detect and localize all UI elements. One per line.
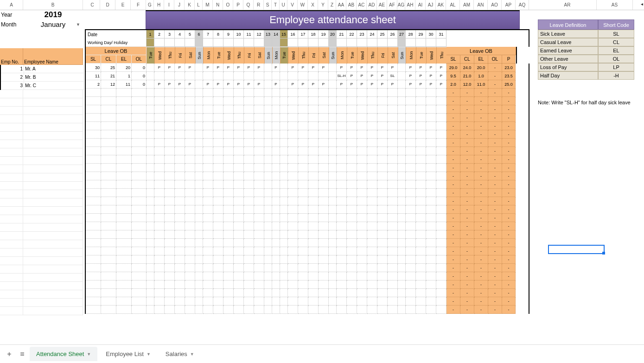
attendance-cell[interactable]: P [357, 80, 367, 89]
attendance-cell[interactable] [165, 105, 175, 114]
attendance-cell[interactable] [195, 239, 203, 247]
attendance-cell[interactable] [195, 180, 203, 189]
attendance-cell[interactable] [185, 214, 195, 222]
attendance-cell[interactable] [234, 306, 244, 314]
attendance-cell[interactable] [398, 272, 406, 280]
attendance-cell[interactable] [388, 230, 398, 239]
attendance-cell[interactable] [213, 272, 223, 280]
attendance-cell[interactable] [244, 222, 254, 230]
empty-cell[interactable] [0, 165, 23, 173]
attendance-cell[interactable] [398, 239, 406, 247]
attendance-cell[interactable] [347, 230, 357, 239]
attendance-cell[interactable] [288, 247, 298, 255]
col-AO[interactable]: AO [488, 0, 502, 10]
day-workday-12[interactable] [254, 38, 264, 47]
empty-cell[interactable] [0, 215, 23, 223]
attendance-cell[interactable] [347, 164, 357, 172]
attendance-cell[interactable] [436, 306, 446, 314]
attendance-cell[interactable] [388, 255, 398, 264]
attendance-cell[interactable] [329, 280, 337, 289]
attendance-cell[interactable]: P [367, 80, 377, 89]
attendance-cell[interactable] [367, 180, 377, 189]
attendance-cell[interactable] [308, 247, 319, 255]
attendance-cell[interactable] [377, 97, 388, 105]
attendance-cell[interactable] [426, 205, 436, 214]
attendance-cell[interactable] [426, 180, 436, 189]
attendance-cell[interactable] [280, 180, 288, 189]
attendance-cell[interactable] [416, 180, 426, 189]
ol-value[interactable]: 0 [132, 64, 147, 72]
col-AB[interactable]: AB [346, 0, 357, 10]
empty-cell[interactable] [23, 207, 83, 215]
attendance-cell[interactable] [280, 130, 288, 139]
attendance-cell[interactable] [213, 155, 223, 164]
attendance-cell[interactable] [367, 272, 377, 280]
attendance-cell[interactable] [298, 264, 308, 272]
day-workday-19[interactable] [319, 38, 329, 47]
attendance-cell[interactable] [272, 122, 280, 130]
attendance-cell[interactable] [329, 155, 337, 164]
attendance-cell[interactable] [213, 280, 223, 289]
sum-cl[interactable]: 24.0 [460, 64, 474, 72]
attendance-cell[interactable] [175, 247, 185, 255]
col-Q[interactable]: Q [243, 0, 254, 10]
attendance-cell[interactable] [272, 272, 280, 280]
attendance-cell[interactable] [165, 97, 175, 105]
col-C[interactable]: C [85, 0, 100, 10]
attendance-cell[interactable] [185, 272, 195, 280]
attendance-cell[interactable] [154, 222, 165, 230]
attendance-cell[interactable] [213, 89, 223, 97]
attendance-cell[interactable] [416, 264, 426, 272]
attendance-cell[interactable] [329, 122, 337, 130]
attendance-cell[interactable] [367, 306, 377, 314]
attendance-cell[interactable] [308, 122, 319, 130]
attendance-cell[interactable] [288, 172, 298, 180]
attendance-cell[interactable] [367, 289, 377, 297]
attendance-cell[interactable] [367, 255, 377, 264]
attendance-cell[interactable]: P [213, 64, 223, 72]
attendance-cell[interactable] [272, 264, 280, 272]
attendance-cell[interactable] [416, 239, 426, 247]
attendance-cell[interactable]: P [377, 64, 388, 72]
col-J[interactable]: J [174, 0, 185, 10]
attendance-cell[interactable] [154, 272, 165, 280]
attendance-cell[interactable] [165, 180, 175, 189]
attendance-cell[interactable] [337, 280, 347, 289]
day-number-20[interactable]: 20 [329, 30, 337, 38]
attendance-cell[interactable] [347, 272, 357, 280]
attendance-cell[interactable] [377, 306, 388, 314]
attendance-cell[interactable] [195, 247, 203, 255]
attendance-cell[interactable] [319, 189, 329, 197]
attendance-cell[interactable] [280, 172, 288, 180]
attendance-cell[interactable] [406, 122, 416, 130]
attendance-cell[interactable] [436, 239, 446, 247]
attendance-cell[interactable] [223, 297, 234, 306]
attendance-cell[interactable] [165, 147, 175, 155]
emp-no[interactable]: 3 [1, 82, 24, 90]
attendance-cell[interactable] [337, 255, 347, 264]
attendance-cell[interactable] [308, 97, 319, 105]
attendance-cell[interactable] [272, 155, 280, 164]
attendance-cell[interactable] [264, 80, 272, 89]
day-number-30[interactable]: 30 [426, 30, 436, 38]
attendance-cell[interactable]: P [426, 64, 436, 72]
attendance-cell[interactable] [377, 130, 388, 139]
attendance-cell[interactable] [436, 247, 446, 255]
attendance-cell[interactable] [398, 289, 406, 297]
attendance-cell[interactable] [388, 214, 398, 222]
attendance-cell[interactable] [308, 180, 319, 189]
tab-employee-list[interactable]: Employee List ▼ [99, 347, 157, 361]
sl-value[interactable]: 2 [86, 80, 101, 89]
attendance-cell[interactable] [175, 197, 185, 205]
sum-el[interactable]: 1.0 [474, 72, 488, 80]
attendance-cell[interactable] [254, 255, 264, 264]
attendance-cell[interactable] [175, 214, 185, 222]
attendance-cell[interactable] [272, 89, 280, 97]
attendance-cell[interactable] [388, 147, 398, 155]
add-sheet-button[interactable]: + [4, 349, 15, 360]
emp-no[interactable]: 2 [1, 73, 24, 82]
attendance-cell[interactable] [185, 280, 195, 289]
attendance-cell[interactable] [244, 289, 254, 297]
attendance-cell[interactable] [280, 80, 288, 89]
attendance-cell[interactable] [337, 205, 347, 214]
